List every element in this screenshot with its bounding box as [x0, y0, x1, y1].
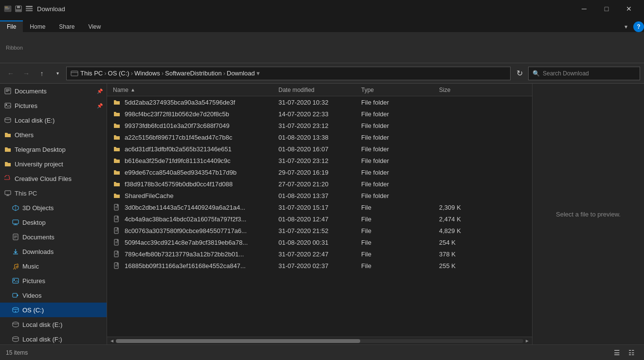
- horizontal-scrollbar[interactable]: ◄ ►: [107, 337, 532, 344]
- refresh-button[interactable]: ↻: [513, 67, 526, 80]
- path-softwaredist[interactable]: SoftwareDistribution: [165, 70, 221, 77]
- minimize-button[interactable]: ─: [573, 0, 595, 18]
- sidebar-item-label: Documents: [15, 88, 47, 95]
- address-path[interactable]: This PC › OS (C:) › Windows › SoftwareDi…: [66, 67, 511, 80]
- sidebar-item-osc[interactable]: OS (C:): [0, 303, 107, 317]
- sidebar-item-creative-cloud[interactable]: Creative Cloud Files: [0, 171, 107, 186]
- col-header-type[interactable]: Type: [357, 87, 435, 93]
- title-bar: Download ─ □ ✕: [0, 0, 644, 18]
- scroll-left-button[interactable]: ◄: [108, 337, 116, 345]
- file-date-cell: 31-07-2020 10:32: [275, 99, 357, 106]
- folder-icon: [113, 122, 121, 129]
- ribbon-expand-icon[interactable]: ▾: [621, 21, 631, 32]
- tab-home[interactable]: Home: [23, 21, 52, 32]
- path-download[interactable]: Download: [227, 70, 255, 77]
- folder-icon: [113, 180, 121, 188]
- quick-access-icon[interactable]: [25, 5, 33, 13]
- up-button[interactable]: ↑: [35, 67, 49, 80]
- sidebar-item-documents[interactable]: Documents 📌: [0, 84, 107, 98]
- file-date-cell: 31-07-2020 23:12: [275, 157, 357, 164]
- sidebar-item-desktop[interactable]: Desktop: [0, 215, 107, 230]
- file-list: 5dd2aba2374935bca90a3a547596de3f 31-07-2…: [107, 96, 532, 337]
- table-row[interactable]: ac6d31df13dfbf0b2a565b321346e651 01-08-2…: [107, 143, 532, 155]
- ribbon-section-nav: Ribbon: [4, 36, 25, 60]
- tab-file[interactable]: File: [0, 20, 23, 32]
- table-row[interactable]: 789c4efb80b73213779a3a12b72bb2b01... 31-…: [107, 248, 532, 260]
- scroll-track[interactable]: [116, 339, 523, 343]
- sidebar-item-documents2[interactable]: Documents: [0, 230, 107, 244]
- file-header[interactable]: Name ▲ Date modified Type Size: [107, 84, 532, 96]
- scroll-thumb[interactable]: [116, 339, 360, 343]
- table-row[interactable]: a22c5156bf896717cb1f45ead47c7b8c 01-08-2…: [107, 131, 532, 143]
- table-row[interactable]: 998cf4bc23f72f81b0562de7d20f8c5b 14-07-2…: [107, 108, 532, 120]
- forward-button[interactable]: →: [19, 67, 33, 80]
- sidebar-item-music[interactable]: Music: [0, 259, 107, 273]
- back-button[interactable]: ←: [4, 67, 18, 80]
- computer-icon: [4, 189, 12, 197]
- document-icon: [12, 233, 19, 241]
- table-row[interactable]: f38d9178b3c45759b0dbd0cc4f17d088 27-07-2…: [107, 178, 532, 190]
- table-row[interactable]: 4cb4a9ac38bac14bdc02a16075fa797f2f3... 0…: [107, 213, 532, 225]
- sidebar-item-thispc[interactable]: This PC: [0, 186, 107, 200]
- sidebar: Documents 📌 Pictures 📌 Local disk (E:) O…: [0, 84, 107, 344]
- sidebar-item-label: Pictures: [15, 102, 37, 109]
- sidebar-item-videos[interactable]: Videos: [0, 288, 107, 303]
- sidebar-item-localf[interactable]: Local disk (F:): [0, 332, 107, 344]
- tab-view[interactable]: View: [81, 21, 108, 32]
- tab-share[interactable]: Share: [52, 21, 81, 32]
- col-header-name[interactable]: Name ▲: [109, 87, 275, 93]
- svg-rect-10: [71, 71, 78, 76]
- file-date-cell: 31-07-2020 23:12: [275, 122, 357, 129]
- table-row[interactable]: b616ea3f25de71fd9fc81131c4409c9c 31-07-2…: [107, 155, 532, 166]
- large-icon-view-button[interactable]: ☷: [625, 347, 638, 358]
- sidebar-item-pictures2[interactable]: Pictures: [0, 273, 107, 288]
- folder-icon: [113, 145, 121, 153]
- view-buttons[interactable]: ☰ ☷: [610, 347, 638, 358]
- col-header-size[interactable]: Size: [435, 87, 484, 93]
- sidebar-item-locale[interactable]: Local disk (E:): [0, 317, 107, 332]
- file-type-cell: File: [357, 251, 435, 258]
- file-name-text: 509f4acc39cd9214c8e7ab9cf3819eb6a78...: [125, 239, 248, 246]
- sidebar-item-label: Videos: [22, 292, 42, 299]
- table-row[interactable]: e99de67cca8540a85ed9343547b17d9b 29-07-2…: [107, 166, 532, 178]
- table-row[interactable]: 5dd2aba2374935bca90a3a547596de3f 31-07-2…: [107, 96, 532, 108]
- recent-locations-button[interactable]: ▾: [51, 67, 64, 80]
- sidebar-item-downloads[interactable]: Downloads: [0, 244, 107, 259]
- search-box[interactable]: 🔍 Search Download: [528, 67, 640, 80]
- svg-point-18: [5, 118, 11, 120]
- folder-icon: [113, 192, 121, 199]
- table-row[interactable]: SharedFileCache 01-08-2020 13:37 File fo…: [107, 190, 532, 201]
- col-header-date[interactable]: Date modified: [275, 87, 357, 93]
- table-row[interactable]: 3d0bc2dbe11443a5c714409249a6a21a4... 31-…: [107, 201, 532, 213]
- save-icon[interactable]: [15, 5, 22, 13]
- file-date-cell: 27-07-2020 21:20: [275, 180, 357, 188]
- sidebar-item-3dobjects[interactable]: 3D Objects: [0, 200, 107, 215]
- sidebar-item-label: Telegram Desktop: [15, 146, 66, 153]
- maximize-button[interactable]: □: [595, 0, 618, 18]
- file-date-cell: 14-07-2020 22:33: [275, 110, 357, 118]
- sidebar-item-label: Others: [15, 131, 34, 139]
- sidebar-item-telegram[interactable]: Telegram Desktop: [0, 142, 107, 157]
- details-view-button[interactable]: ☰: [610, 347, 624, 358]
- table-row[interactable]: 8c00763a3037580f90cbce9845507717a6... 31…: [107, 225, 532, 236]
- svg-point-32: [16, 266, 18, 268]
- table-row[interactable]: 16885bb09f31166a3ef16168e4552ca847... 31…: [107, 260, 532, 271]
- scroll-right-button[interactable]: ►: [523, 337, 531, 345]
- preview-pane: Select a file to preview.: [532, 84, 644, 344]
- close-button[interactable]: ✕: [618, 0, 640, 18]
- file-date-cell: 01-08-2020 13:37: [275, 192, 357, 199]
- path-thispc[interactable]: This PC: [80, 70, 103, 77]
- 3dobjects-icon: [12, 204, 19, 212]
- file-type-cell: File: [357, 227, 435, 234]
- path-osc[interactable]: OS (C:): [108, 70, 129, 77]
- help-button[interactable]: ?: [633, 21, 644, 32]
- path-windows[interactable]: Windows: [134, 70, 160, 77]
- sidebar-item-pictures[interactable]: Pictures 📌: [0, 98, 107, 113]
- table-row[interactable]: 509f4acc39cd9214c8e7ab9cf3819eb6a78... 0…: [107, 236, 532, 248]
- sidebar-item-others[interactable]: Others: [0, 127, 107, 142]
- sidebar-item-localdisk-e[interactable]: Local disk (E:): [0, 113, 107, 127]
- table-row[interactable]: 99373fdb6fcd101e3a20f73c688f7049 31-07-2…: [107, 120, 532, 131]
- sidebar-item-university[interactable]: University project: [0, 157, 107, 171]
- file-type-cell: File: [357, 204, 435, 211]
- window-controls[interactable]: ─ □ ✕: [573, 0, 640, 18]
